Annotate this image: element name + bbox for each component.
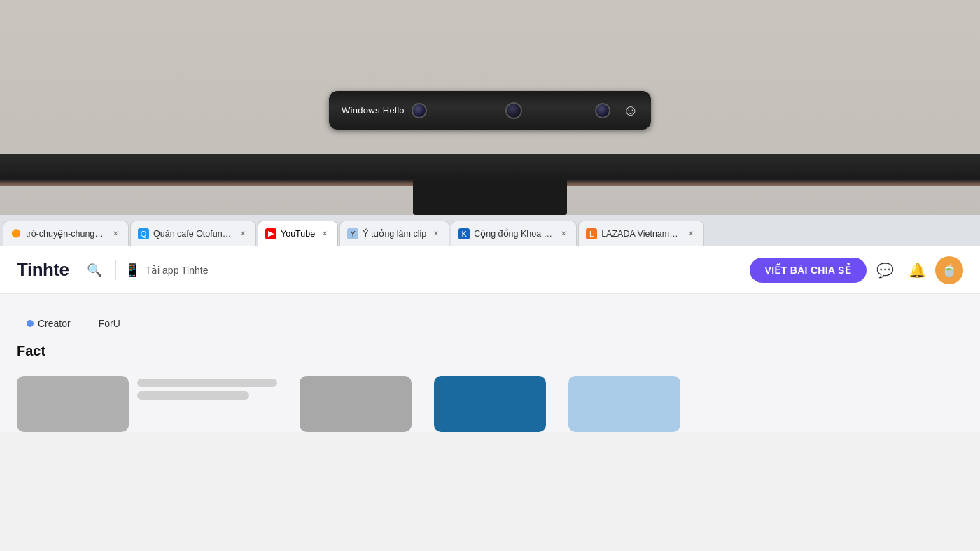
- windows-hello-label: Windows Hello: [342, 105, 405, 116]
- search-icon: 🔍: [87, 263, 102, 278]
- tab-youtube[interactable]: ▶YouTube✕: [258, 221, 338, 246]
- tab-otofun-label: Quán cafe Otofun | OTOF…: [153, 229, 233, 239]
- card-thumbnail-1: [17, 376, 129, 432]
- header-divider: [115, 260, 116, 280]
- nav-pills: CreatorForU: [17, 314, 963, 333]
- tab-tro[interactable]: 🟠trò-chuyện-chung 🔥 🍀 C✕: [3, 221, 129, 246]
- card-thumbnail-2: [300, 376, 412, 432]
- card-thumbnail-3: [434, 376, 546, 432]
- tab-yt-label: Ý tưởng làm clip: [363, 228, 426, 239]
- face-recognition-icon: ☺: [623, 102, 638, 120]
- chat-button[interactable]: 💬: [871, 256, 899, 284]
- foru-label: ForU: [99, 318, 120, 329]
- tab-khoa-close[interactable]: ✕: [558, 228, 569, 239]
- tab-otofun-close[interactable]: ✕: [237, 228, 248, 239]
- bell-icon: 🔔: [909, 262, 926, 279]
- camera-lens-center: [505, 102, 522, 119]
- camera-lens-left: [412, 103, 427, 118]
- tab-tro-label: trò-chuyện-chung 🔥 🍀 C: [26, 228, 106, 239]
- tab-otofun[interactable]: QQuán cafe Otofun | OTOF…✕: [130, 221, 256, 246]
- site-logo: Tinhte: [17, 259, 69, 281]
- tab-lazada[interactable]: LLAZADA Vietnam™ - Mua…✕: [578, 221, 704, 246]
- tab-tro-close[interactable]: ✕: [110, 228, 121, 239]
- app-download-label: Tải app Tinhte: [146, 265, 209, 276]
- tab-youtube-label: YouTube: [281, 229, 315, 239]
- chat-icon: 💬: [876, 262, 894, 279]
- avatar-button[interactable]: 🍵: [935, 256, 963, 284]
- card-line-1: [137, 379, 277, 387]
- creator-dot: [27, 320, 34, 327]
- nav-pill-foru[interactable]: ForU: [89, 314, 130, 333]
- tab-lazada-label: LAZADA Vietnam™ - Mua…: [601, 229, 681, 239]
- tab-lazada-close[interactable]: ✕: [685, 228, 696, 239]
- tab-youtube-close[interactable]: ✕: [319, 228, 330, 239]
- screen: 🟠trò-chuyện-chung 🔥 🍀 C✕QQuán cafe Otofu…: [0, 215, 980, 551]
- tab-yt-favicon: Y: [347, 228, 358, 239]
- tab-khoa-favicon: K: [458, 228, 470, 239]
- viet-bai-button[interactable]: VIẾT BÀI CHIA SẺ: [750, 258, 867, 283]
- tab-yt[interactable]: YÝ tưởng làm clip✕: [340, 221, 449, 246]
- fact-row: Fact: [17, 343, 963, 359]
- card-line-2: [137, 391, 249, 400]
- tab-bar: 🟠trò-chuyện-chung 🔥 🍀 C✕QQuán cafe Otofu…: [0, 215, 980, 246]
- webcam-bar: Windows Hello ☺: [329, 91, 651, 130]
- fact-label: Fact: [17, 343, 46, 359]
- content-area: CreatorForU Fact: [0, 294, 980, 432]
- nav-pill-creator[interactable]: Creator: [17, 314, 80, 333]
- avatar-icon: 🍵: [941, 263, 957, 278]
- monitor-hinge: [413, 180, 567, 215]
- creator-label: Creator: [38, 318, 71, 329]
- app-download-link[interactable]: 📱 Tải app Tinhte: [125, 263, 209, 278]
- tab-yt-close[interactable]: ✕: [430, 228, 442, 239]
- phone-icon: 📱: [125, 263, 140, 278]
- tab-tro-favicon: 🟠: [10, 228, 22, 239]
- tab-khoa-label: Cộng đồng Khoa học & C…: [474, 228, 554, 239]
- webcam-area: Windows Hello ☺: [329, 91, 651, 130]
- card-thumbnail-4: [568, 376, 680, 432]
- tab-khoa[interactable]: KCộng đồng Khoa học & C…✕: [451, 221, 577, 246]
- notification-button[interactable]: 🔔: [903, 256, 931, 284]
- site-header: Tinhte 🔍 📱 Tải app Tinhte VIẾT BÀI CHIA …: [0, 246, 980, 294]
- card-text-1: [137, 376, 277, 432]
- cards-row: [17, 376, 963, 432]
- tab-lazada-favicon: L: [586, 228, 597, 239]
- tab-otofun-favicon: Q: [138, 228, 149, 239]
- camera-lens-right: [595, 103, 610, 118]
- tab-youtube-favicon: ▶: [265, 228, 276, 239]
- search-button[interactable]: 🔍: [82, 258, 107, 283]
